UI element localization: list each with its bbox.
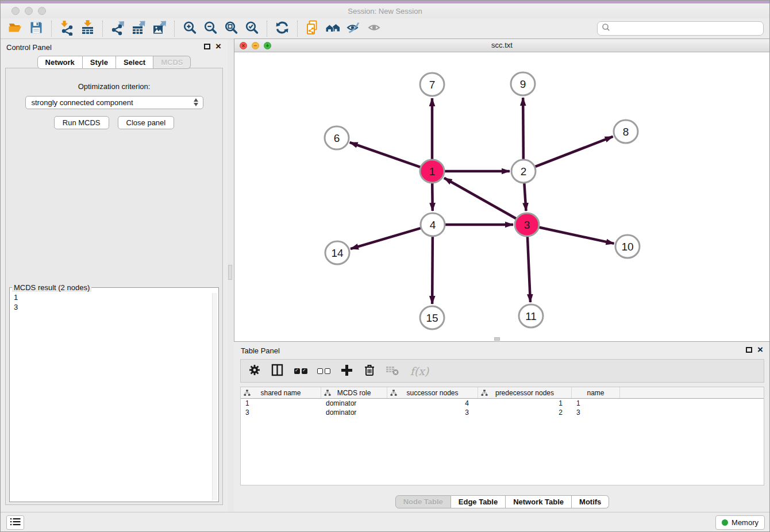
search-box — [597, 21, 764, 36]
run-mcds-button[interactable]: Run MCDS — [54, 116, 109, 129]
graph-edge-3-10[interactable] — [539, 227, 614, 243]
svg-text:9: 9 — [520, 78, 526, 90]
graph-node-9[interactable]: 9 — [511, 72, 535, 95]
tab-network-table[interactable]: Network Table — [506, 495, 572, 508]
zoom-fit-icon — [224, 20, 238, 37]
network-view-window: × − + scc.txt 7968124314101511 — [234, 38, 770, 342]
table-row[interactable]: 3dominator323 — [241, 408, 764, 417]
mcds-result-list[interactable]: 1 3 — [10, 292, 218, 313]
zoom-in-button[interactable] — [179, 20, 200, 37]
zoom-selected-button[interactable] — [241, 20, 262, 37]
graph-node-6[interactable]: 6 — [325, 126, 349, 149]
import-table-button[interactable] — [77, 20, 98, 37]
add-column-button[interactable] — [340, 364, 353, 378]
tab-style[interactable]: Style — [83, 56, 116, 69]
graph-edge-2-8[interactable] — [535, 137, 613, 167]
zoom-selected-icon — [244, 20, 259, 37]
zoom-fit-button[interactable] — [221, 20, 241, 37]
open-session-button[interactable] — [5, 20, 26, 37]
close-panel-icon[interactable]: × — [757, 344, 763, 356]
main-toolbar — [1, 18, 769, 39]
graph-node-8[interactable]: 8 — [614, 120, 638, 143]
graph-edge-3-1[interactable] — [444, 178, 517, 219]
graph-edge-3-11[interactable] — [528, 237, 530, 302]
cell-shared-name: 3 — [241, 408, 321, 417]
canvas-hscroll-thumb[interactable] — [494, 337, 500, 341]
network-canvas[interactable]: 7968124314101511 — [234, 52, 769, 341]
graph-edge-1-4[interactable] — [432, 183, 433, 211]
tab-select[interactable]: Select — [116, 56, 153, 69]
column-header-shared-name[interactable]: shared name — [241, 387, 321, 398]
clone-network-button[interactable] — [302, 20, 323, 37]
export-table-button[interactable] — [128, 20, 149, 37]
cell-successor-nodes: 3 — [387, 408, 478, 417]
tree-icon — [481, 390, 488, 396]
float-panel-icon[interactable] — [746, 347, 752, 353]
graph-node-10[interactable]: 10 — [615, 235, 640, 258]
float-panel-icon[interactable] — [204, 44, 210, 49]
graph-edge-2-9[interactable] — [523, 98, 523, 159]
column-header-successor-nodes[interactable]: successor nodes — [387, 387, 478, 398]
application-window: Session: New Session Control Panel × — [0, 0, 770, 532]
zoom-out-button[interactable] — [200, 20, 221, 37]
svg-text:10: 10 — [621, 241, 633, 253]
graph-node-11[interactable]: 11 — [519, 304, 543, 327]
graph-node-1[interactable]: 1 — [420, 160, 444, 183]
select-all-button[interactable] — [294, 364, 307, 378]
network-window-titlebar[interactable]: × − + scc.txt — [234, 39, 769, 52]
memory-button[interactable]: Memory — [715, 515, 765, 530]
toolbar-separator — [174, 21, 175, 37]
optimization-select[interactable]: strongly connected component — [25, 96, 203, 109]
graph-node-2[interactable]: 2 — [511, 160, 536, 183]
result-scrollbar[interactable] — [212, 293, 217, 500]
network-minimize-button[interactable]: − — [252, 42, 259, 49]
tab-network[interactable]: Network — [37, 56, 83, 69]
tab-mcds[interactable]: MCDS — [153, 56, 191, 69]
task-history-button[interactable] — [6, 515, 24, 530]
export-network-button[interactable] — [107, 20, 128, 37]
delete-table-button[interactable] — [386, 364, 399, 378]
export-image-button[interactable] — [149, 20, 170, 37]
graph-edge-4-15[interactable] — [432, 237, 433, 304]
svg-text:14: 14 — [331, 247, 344, 259]
network-close-button[interactable]: × — [240, 42, 247, 49]
panel-splitter[interactable] — [228, 39, 234, 512]
delete-column-button[interactable] — [363, 364, 376, 378]
status-bar: Memory — [1, 512, 769, 532]
save-session-button[interactable] — [26, 20, 47, 37]
close-panel-icon[interactable]: × — [215, 41, 221, 52]
graph-edge-1-6[interactable] — [350, 142, 421, 167]
show-all-button[interactable] — [364, 20, 385, 37]
close-panel-button[interactable]: Close panel — [118, 116, 175, 129]
show-columns-button[interactable] — [271, 364, 284, 378]
table-row[interactable]: 1dominator411 — [241, 399, 764, 408]
column-header-predecessor-nodes[interactable]: predecessor nodes — [478, 387, 572, 398]
network-maximize-button[interactable]: + — [264, 42, 271, 49]
import-network-button[interactable] — [56, 20, 77, 37]
optimization-value: strongly connected component — [32, 98, 133, 107]
hide-selected-button[interactable] — [344, 20, 364, 37]
tab-motifs[interactable]: Motifs — [572, 495, 609, 508]
graph-node-4[interactable]: 4 — [421, 213, 445, 236]
column-header-name[interactable]: name — [572, 387, 620, 398]
table-settings-button[interactable] — [248, 364, 261, 378]
deselect-all-button[interactable] — [317, 364, 330, 378]
graph-node-7[interactable]: 7 — [420, 73, 444, 96]
svg-text:4: 4 — [430, 219, 436, 231]
tab-edge-table[interactable]: Edge Table — [451, 495, 506, 508]
function-builder-button[interactable]: f(x) — [409, 364, 430, 378]
graph-edge-2-3[interactable] — [524, 183, 526, 211]
home-button[interactable] — [323, 20, 344, 37]
tree-icon — [324, 390, 331, 396]
select-spinner-icon — [194, 98, 198, 106]
graph-node-3[interactable]: 3 — [515, 213, 539, 236]
graph-node-15[interactable]: 15 — [420, 306, 444, 329]
mcds-result-box: MCDS result (2 nodes) 1 3 — [9, 283, 219, 502]
search-input[interactable] — [613, 24, 759, 33]
column-header-mcds-role[interactable]: MCDS role — [321, 387, 387, 398]
refresh-button[interactable] — [272, 20, 292, 37]
tab-node-table[interactable]: Node Table — [395, 495, 451, 508]
graph-node-14[interactable]: 14 — [325, 241, 349, 264]
splitter-handle[interactable] — [228, 265, 232, 280]
graph-edge-4-14[interactable] — [351, 228, 421, 249]
